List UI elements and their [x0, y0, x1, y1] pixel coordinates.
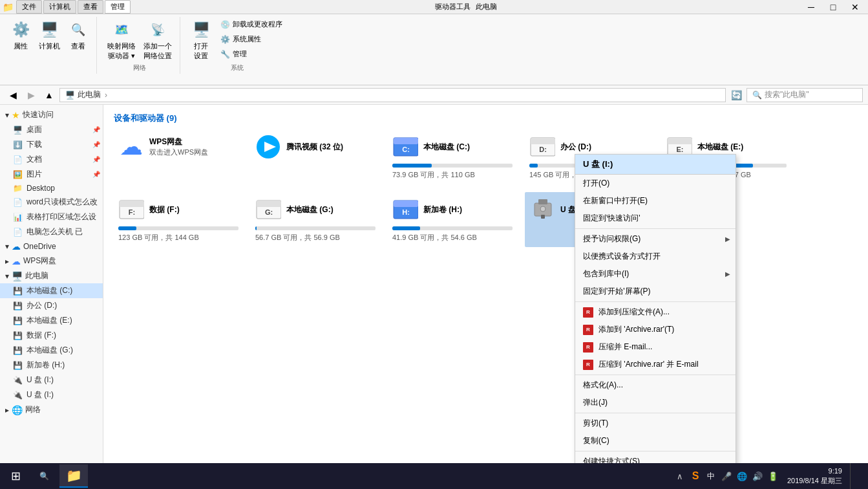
sidebar-item-downloads[interactable]: ⬇️ 下载 📌	[0, 137, 103, 152]
disk-e-info: 本地磁盘 (E:)	[697, 142, 743, 153]
context-item-add-archive-rar[interactable]: R 添加到 'Archive.rar'(T)	[575, 321, 736, 338]
sidebar-item-word[interactable]: 📄 word只读模式怎么改	[0, 195, 103, 210]
sidebar-item-documents[interactable]: 📄 文档 📌	[0, 152, 103, 167]
tab-view[interactable]: 查看	[78, 0, 103, 14]
disk-d-device-name: 办公 (D:)	[560, 142, 591, 153]
tab-file[interactable]: 文件	[16, 0, 42, 14]
chevron-down-icon2: ▾	[5, 242, 9, 251]
sidebar-item-desktop[interactable]: 🖥️ 桌面 📌	[0, 122, 103, 137]
sidebar-wps[interactable]: ▸ ☁ WPS网盘	[0, 254, 103, 268]
sidebar-item-desktop2[interactable]: 📁 Desktop	[0, 182, 103, 195]
tab-manage[interactable]: 管理	[105, 0, 131, 14]
open-label: 打开(O)	[583, 178, 609, 189]
ribbon-btn-view[interactable]: 🔍 查看	[65, 18, 91, 52]
shutdown-icon: 📄	[13, 228, 23, 237]
add-location-label: 添加一个 网络位置	[143, 41, 172, 61]
svg-rect-22	[541, 215, 545, 219]
context-item-add-archive[interactable]: R 添加到压缩文件(A)...	[575, 303, 736, 321]
tray-ime-icon[interactable]: 中	[704, 463, 717, 489]
tray-mic-icon[interactable]: 🎤	[720, 463, 733, 489]
ribbon-btn-manage[interactable]: 🔧 管理	[217, 48, 286, 60]
context-item-compress-archive-email[interactable]: R 压缩到 'Archive.rar' 并 E-mail	[575, 356, 736, 373]
ribbon-btn-map-network[interactable]: 🗺️ 映射网络 驱动器 ▾	[105, 18, 138, 62]
maximize-button[interactable]: □	[823, 0, 843, 14]
open-settings-label: 打开 设置	[194, 41, 208, 61]
sidebar-onedrive[interactable]: ▾ ☁ OneDrive	[0, 239, 103, 254]
rar-icon-3: R	[583, 342, 593, 353]
search-box[interactable]: 🔍 搜索"此电脑"	[746, 88, 863, 102]
context-item-grant-access[interactable]: 授予访问权限(G) ▶	[575, 230, 736, 248]
ribbon-btn-add-location[interactable]: 📡 添加一个 网络位置	[141, 18, 175, 62]
sidebar-item-disk-i1[interactable]: 🔌 U 盘 (I:)	[0, 373, 103, 387]
sidebar-item-disk-d[interactable]: 💾 办公 (D:)	[0, 298, 103, 313]
context-item-compress-email[interactable]: R 压缩并 E-mail...	[575, 338, 736, 356]
context-item-open[interactable]: 打开(O)	[575, 175, 736, 192]
sidebar-quick-access[interactable]: ▾ ★ 快速访问	[0, 107, 103, 122]
context-item-copy[interactable]: 复制(C)	[575, 432, 736, 450]
context-item-eject[interactable]: 弹出(J)	[575, 394, 736, 411]
tray-up-icon[interactable]: ∧	[673, 463, 686, 489]
ribbon-btn-properties[interactable]: ⚙️ 属性	[8, 18, 34, 52]
taskbar-clock[interactable]: 9:19 2019/8/14 星期三	[782, 466, 847, 486]
taskbar-search-icon: 🔍	[39, 472, 49, 481]
context-item-pin-quick-access[interactable]: 固定到'快速访问'	[575, 210, 736, 227]
taskbar-file-explorer[interactable]: 📁	[59, 464, 88, 488]
chevron-down-icon3: ▾	[5, 272, 9, 281]
taskbar-search-button[interactable]: 🔍	[31, 463, 57, 489]
context-item-include-library[interactable]: 包含到库中(I) ▶	[575, 265, 736, 283]
device-tencent-top: 腾讯视频 (32 位)	[255, 134, 376, 160]
tray-volume-icon[interactable]: 🔊	[751, 463, 764, 489]
context-item-open-portable[interactable]: 以便携式设备方式打开	[575, 248, 736, 265]
start-button[interactable]: ⊞	[3, 463, 28, 489]
sidebar-network[interactable]: ▸ 🌐 网络	[0, 402, 103, 417]
sidebar-item-disk-c[interactable]: 💾 本地磁盘 (C:)	[0, 283, 103, 298]
ribbon-btn-open-settings[interactable]: 🖥️ 打开 设置	[188, 18, 214, 62]
ribbon-btn-sysprops[interactable]: ⚙️ 系统属性	[217, 33, 286, 45]
sidebar-item-disk-f[interactable]: 💾 数据 (F:)	[0, 328, 103, 343]
context-item-cut[interactable]: 剪切(T)	[575, 415, 736, 432]
sidebar-item-pictures[interactable]: 🖼️ 图片 📌	[0, 167, 103, 182]
up-button[interactable]: ▲	[41, 87, 57, 103]
svg-text:D:: D:	[539, 146, 547, 153]
sidebar-item-table[interactable]: 📊 表格打印区域怎么设	[0, 210, 103, 224]
tab-computer[interactable]: 计算机	[43, 0, 76, 14]
thispc-icon: 🖥️	[12, 271, 23, 281]
show-desktop-button[interactable]	[850, 463, 863, 489]
ribbon-buttons-network: 🗺️ 映射网络 驱动器 ▾ 📡 添加一个 网络位置	[105, 18, 175, 62]
context-item-format[interactable]: 格式化(A)...	[575, 376, 736, 394]
device-disk-c[interactable]: C: 本地磁盘 (C:) 73.9 GB 可用，共 110 GB	[388, 129, 517, 184]
wps-cloud-info: WPS网盘 双击进入WPS网盘	[149, 136, 208, 157]
svg-text:E:: E:	[677, 146, 684, 153]
add-archive-label: 添加到压缩文件(A)...	[598, 307, 670, 318]
sidebar-item-disk-g[interactable]: 💾 本地磁盘 (G:)	[0, 343, 103, 358]
sidebar-item-disk-h[interactable]: 💾 新加卷 (H:)	[0, 358, 103, 373]
tray-network-icon[interactable]: 🌐	[736, 463, 748, 489]
device-disk-f[interactable]: F: 数据 (F:) 123 GB 可用，共 144 GB	[114, 192, 243, 247]
sidebar-thispc-header[interactable]: ▾ 🖥️ 此电脑	[0, 268, 103, 283]
back-button[interactable]: ◀	[5, 87, 21, 103]
pin-icon4: 📌	[92, 171, 100, 178]
svg-rect-3	[394, 138, 418, 144]
close-button[interactable]: ✕	[845, 0, 865, 14]
disk-f-device-name: 数据 (F:)	[149, 204, 180, 215]
tray-sogou-icon[interactable]: S	[689, 463, 702, 489]
sidebar-item-shutdown[interactable]: 📄 电脑怎么关机 已	[0, 224, 103, 239]
sidebar-item-disk-i2[interactable]: 🔌 U 盘 (I:)	[0, 387, 103, 402]
refresh-button[interactable]: 🔄	[728, 87, 744, 103]
device-disk-g[interactable]: G: 本地磁盘 (G:) 56.7 GB 可用，共 56.9 GB	[251, 192, 380, 247]
disk-d-progress-bar	[529, 164, 538, 168]
device-disk-h[interactable]: H: 新加卷 (H:) 41.9 GB 可用，共 54.6 GB	[388, 192, 517, 247]
context-item-open-new-window[interactable]: 在新窗口中打开(E)	[575, 192, 736, 210]
disk-d-icon: 💾	[13, 301, 23, 310]
ribbon-btn-plan[interactable]: 🖥️ 计算机	[36, 18, 63, 52]
device-wps-cloud[interactable]: ☁ WPS网盘 双击进入WPS网盘	[114, 129, 243, 184]
disk-c-device-name: 本地磁盘 (C:)	[423, 142, 470, 153]
address-box[interactable]: 🖥️ 此电脑 ›	[59, 88, 726, 102]
device-tencent[interactable]: 腾讯视频 (32 位)	[251, 129, 380, 184]
sidebar-item-disk-e[interactable]: 💾 本地磁盘 (E:)	[0, 313, 103, 328]
minimize-button[interactable]: ─	[801, 0, 821, 14]
context-item-pin-start[interactable]: 固定到'开始'屏幕(P)	[575, 283, 736, 300]
tray-battery-icon[interactable]: 🔋	[767, 463, 779, 489]
forward-button[interactable]: ▶	[23, 87, 39, 103]
ribbon-btn-eject[interactable]: 💿 卸载或更改程序	[217, 18, 286, 30]
